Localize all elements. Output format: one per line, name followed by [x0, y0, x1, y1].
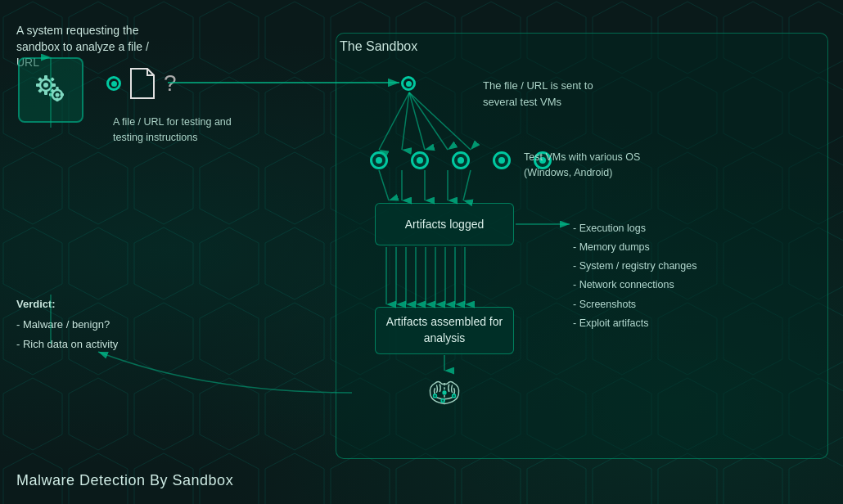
svg-rect-43	[453, 394, 456, 398]
artifact-item-1: - Execution logs	[573, 219, 696, 238]
artifacts-logged-box: Artifacts logged	[375, 203, 514, 245]
svg-rect-28	[44, 75, 47, 79]
gear-box	[18, 57, 83, 123]
svg-rect-44	[441, 399, 444, 403]
question-icon: ?	[164, 70, 177, 97]
file-area: ?	[106, 65, 177, 101]
artifacts-assembled-box: Artifacts assembled for analysis	[375, 307, 514, 354]
verdict-title: Verdict:	[16, 295, 118, 313]
svg-point-27	[43, 83, 48, 88]
sandbox-dot-circle	[401, 76, 416, 91]
file-label: A file / URL for testing and testing ins…	[113, 115, 244, 146]
sandbox-title: The Sandbox	[340, 39, 417, 54]
artifact-item-2: - Memory dumps	[573, 238, 696, 257]
svg-rect-39	[56, 98, 59, 102]
artifact-item-4: - Network connections	[573, 276, 696, 295]
svg-rect-31	[52, 83, 56, 87]
vm-label: Test VMs with various OS (Windows, Andro…	[524, 150, 655, 181]
svg-rect-38	[56, 87, 59, 91]
artifact-item-5: - Screenshots	[573, 295, 696, 314]
svg-rect-40	[49, 93, 53, 97]
artifacts-logged-label: Artifacts logged	[405, 218, 485, 231]
file-dot-circle	[106, 76, 121, 91]
sandbox-entry-dot	[401, 76, 416, 91]
file-icon	[128, 65, 157, 101]
artifacts-assembled-label: Artifacts assembled for analysis	[376, 314, 513, 346]
main-content: A system requesting the sandbox to analy…	[0, 0, 843, 504]
file-label-text: A file / URL for testing and testing ins…	[113, 116, 232, 143]
page-title: Malware Detection By Sandbox	[16, 472, 233, 489]
svg-point-45	[443, 391, 446, 394]
svg-rect-41	[61, 93, 65, 97]
vm-circle-1	[370, 151, 388, 169]
vm-circle-3	[452, 151, 470, 169]
verdict-item-1: - Malware / benign?	[16, 315, 118, 334]
verdict-box: Verdict: - Malware / benign? - Rich data…	[16, 295, 118, 353]
svg-point-37	[56, 93, 60, 97]
svg-rect-30	[36, 83, 40, 87]
brain-icon-area	[424, 372, 465, 413]
brain-icon	[424, 371, 465, 414]
verdict-item-2: - Rich data on activity	[16, 335, 118, 353]
file-sent-label: The file / URL is sent to several test V…	[483, 78, 622, 110]
vm-circle-4	[493, 151, 511, 169]
svg-rect-29	[44, 91, 47, 95]
gear-icon	[28, 67, 74, 113]
artifacts-list: - Execution logs - Memory dumps - System…	[573, 219, 696, 333]
svg-rect-42	[434, 394, 437, 398]
vm-circle-2	[411, 151, 429, 169]
artifact-item-3: - System / registry changes	[573, 257, 696, 276]
artifact-item-6: - Exploit artifacts	[573, 314, 696, 333]
